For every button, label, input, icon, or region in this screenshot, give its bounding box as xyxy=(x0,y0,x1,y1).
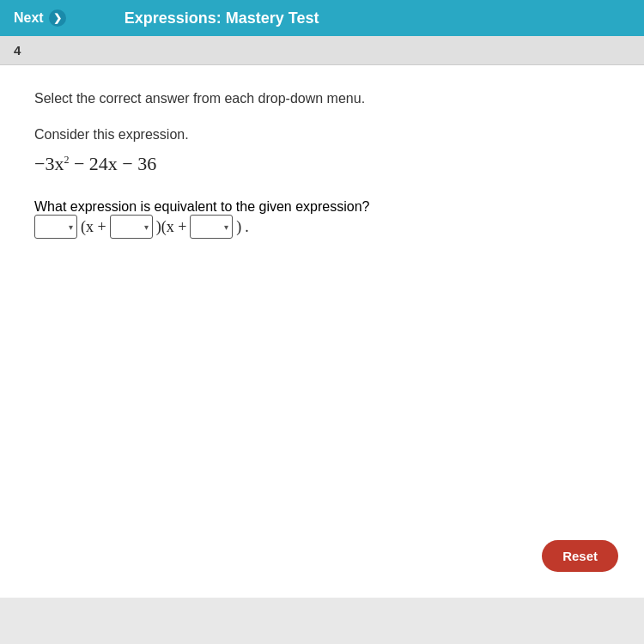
math-paren-close-2: ) xyxy=(236,218,241,236)
equation-row: -3 -2 -1 1 2 3 ▾ (x + 2 3 4 6 8 12 ▾ )( xyxy=(34,215,610,239)
next-label: Next xyxy=(14,10,44,26)
consider-text: Consider this expression. xyxy=(34,127,610,143)
page-title: Expressions: Mastery Test xyxy=(125,9,319,27)
question-number: 4 xyxy=(14,43,21,58)
next-arrow-icon: ❯ xyxy=(49,9,66,27)
first-dropdown[interactable]: -3 -2 -1 1 2 3 xyxy=(39,220,73,234)
third-dropdown[interactable]: 2 3 4 6 8 12 xyxy=(194,220,228,234)
question-number-bar: 4 xyxy=(0,36,644,65)
math-paren-open-1: (x + xyxy=(81,218,106,236)
top-bar: Next ❯ Expressions: Mastery Test xyxy=(0,0,644,36)
math-paren-close-open: )(x + xyxy=(156,218,187,236)
first-dropdown-box[interactable]: -3 -2 -1 1 2 3 ▾ xyxy=(34,215,77,239)
instruction-text: Select the correct answer from each drop… xyxy=(34,91,610,106)
next-button[interactable]: Next ❯ xyxy=(14,9,66,27)
reset-button[interactable]: Reset xyxy=(542,540,618,572)
question-card: Select the correct answer from each drop… xyxy=(0,65,644,598)
what-expression-text: What expression is equivalent to the giv… xyxy=(34,199,610,215)
expression-display: −3x2 − 24x − 36 xyxy=(34,153,610,175)
second-dropdown[interactable]: 2 3 4 6 8 12 xyxy=(114,220,149,234)
third-dropdown-box[interactable]: 2 3 4 6 8 12 ▾ xyxy=(190,215,233,239)
math-period: . xyxy=(245,218,249,236)
second-dropdown-box[interactable]: 2 3 4 6 8 12 ▾ xyxy=(110,215,153,239)
